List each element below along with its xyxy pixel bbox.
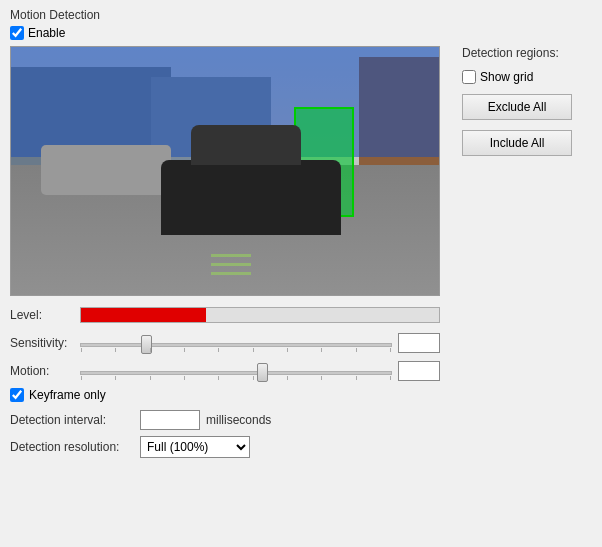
tick xyxy=(321,376,322,380)
detection-interval-label: Detection interval: xyxy=(10,413,140,427)
detection-interval-row: Detection interval: 240 milliseconds xyxy=(10,410,440,430)
interval-unit: milliseconds xyxy=(206,413,271,427)
tick xyxy=(390,376,391,380)
motion-label: Motion: xyxy=(10,364,80,378)
detection-resolution-row: Detection resolution: Full (100%) Half (… xyxy=(10,436,440,458)
keyframe-checkbox[interactable] xyxy=(10,388,24,402)
camera-preview xyxy=(10,46,440,296)
enable-checkbox[interactable] xyxy=(10,26,24,40)
right-panel: Detection regions: Show grid Exclude All… xyxy=(462,46,592,464)
page-title: Motion Detection xyxy=(10,8,592,22)
motion-slider[interactable] xyxy=(80,371,392,375)
sensitivity-row: Sensitivity: xyxy=(10,332,440,354)
tick xyxy=(150,376,151,380)
tick xyxy=(321,348,322,352)
sensitivity-slider-wrapper xyxy=(80,335,392,352)
show-grid-checkbox[interactable] xyxy=(462,70,476,84)
tick xyxy=(115,348,116,352)
tick xyxy=(81,376,82,380)
motion-slider-wrapper xyxy=(80,363,392,380)
motion-value[interactable]: 590 xyxy=(398,361,440,381)
tick xyxy=(150,348,151,352)
road-markings xyxy=(211,254,251,275)
keyframe-label: Keyframe only xyxy=(29,388,106,402)
tick xyxy=(287,376,288,380)
motion-row: Motion: xyxy=(10,360,440,382)
controls: Level: Sensitivity: xyxy=(10,304,440,458)
content-area: Level: Sensitivity: xyxy=(10,46,592,464)
road-mark-2 xyxy=(211,263,251,266)
show-grid-label: Show grid xyxy=(480,70,533,84)
level-fill xyxy=(81,308,206,322)
tick xyxy=(356,348,357,352)
sensitivity-label: Sensitivity: xyxy=(10,336,80,350)
level-label: Level: xyxy=(10,308,80,322)
tick xyxy=(184,376,185,380)
motion-tick-row xyxy=(80,376,392,380)
tick xyxy=(81,348,82,352)
background-car xyxy=(41,145,171,195)
tick xyxy=(253,348,254,352)
sensitivity-value[interactable]: 9 xyxy=(398,333,440,353)
tick xyxy=(115,376,116,380)
detection-interval-input[interactable]: 240 xyxy=(140,410,200,430)
keyframe-row: Keyframe only xyxy=(10,388,440,402)
road-mark-1 xyxy=(211,254,251,257)
tick xyxy=(287,348,288,352)
road-mark-3 xyxy=(211,272,251,275)
show-grid-row: Show grid xyxy=(462,70,592,84)
enable-label: Enable xyxy=(28,26,65,40)
main-container: Motion Detection Enable xyxy=(0,0,602,547)
exclude-all-button[interactable]: Exclude All xyxy=(462,94,572,120)
tick xyxy=(253,376,254,380)
left-panel: Level: Sensitivity: xyxy=(10,46,452,464)
level-row: Level: xyxy=(10,304,440,326)
detection-resolution-select[interactable]: Full (100%) Half (50%) Quarter (25%) xyxy=(140,436,250,458)
enable-row: Enable xyxy=(10,26,592,40)
detection-resolution-label: Detection resolution: xyxy=(10,440,140,454)
detection-regions-title: Detection regions: xyxy=(462,46,592,60)
sensitivity-tick-row xyxy=(80,348,392,352)
tick xyxy=(390,348,391,352)
tick xyxy=(218,376,219,380)
tick xyxy=(356,376,357,380)
include-all-button[interactable]: Include All xyxy=(462,130,572,156)
sensitivity-slider[interactable] xyxy=(80,343,392,347)
tick xyxy=(184,348,185,352)
tick xyxy=(218,348,219,352)
foreground-car xyxy=(161,160,341,235)
level-bar-container xyxy=(80,307,440,323)
